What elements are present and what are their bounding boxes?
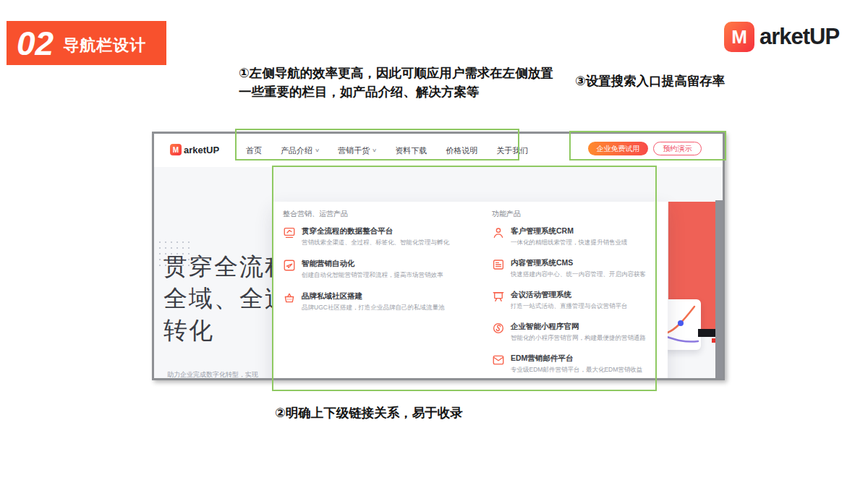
crm-icon	[492, 226, 505, 239]
hero-heading-line: 全域、全过	[163, 283, 290, 314]
megamenu-item-events[interactable]: 会议活动管理系统 打造一站式活动、直播管理与会议营销平台	[492, 290, 662, 311]
megamenu-item-desc: 智能化的小程序营销官网，构建最便捷的营销通路	[511, 334, 646, 343]
hero-body-text: 助力企业完成数字化转型，实现 以及数据部门的依赖，提升运营 身业务的持续增长。	[167, 369, 258, 380]
megamenu-right-column: 功能产品 客户管理系统CRM 一体化的精细线索管理，快速提升销售业绩	[492, 209, 662, 380]
megamenu-left-column: 整合营销、运营产品 贯穿全流程的数据整合平台 营销线索全渠道、全过程、标签化、智…	[283, 209, 478, 324]
megamenu-item-desc: 专业级EDM邮件营销平台，最大化EDM营销收益	[511, 366, 642, 374]
megamenu-item-desc: 快速搭建内容中心、统一内容管理、开启内容获客	[511, 270, 646, 279]
slide: 02 导航栏设计 M arketUP ①左侧导航的效率更高，因此可顺应用户需求在…	[0, 0, 868, 488]
megamenu-item-desc: 创建自动化智能营销管理和流程，提高市场营销效率	[302, 271, 443, 280]
megamenu-item-title: 内容管理系统CMS	[511, 258, 646, 268]
megamenu-item-desc: 品牌UGC社区搭建，打造企业品牌自己的私域流量池	[302, 304, 444, 312]
megamenu-item-title: 客户管理系统CRM	[511, 226, 628, 236]
hero-heading-line: 贯穿全流程	[163, 251, 290, 283]
megamenu-item-community[interactable]: 品牌私域社区搭建 品牌UGC社区搭建，打造企业品牌自己的私域流量池	[283, 291, 478, 312]
section-badge: 02 导航栏设计	[7, 21, 166, 65]
nav-item-label: 营销干货	[338, 145, 370, 156]
site-logo-text: arketUP	[184, 145, 219, 155]
site-logo[interactable]: M arketUP	[170, 144, 219, 155]
chevron-down-icon: ∨	[315, 147, 320, 153]
products-megamenu: 整合营销、运营产品 贯穿全流程的数据整合平台 营销线索全渠道、全过程、标签化、智…	[273, 202, 668, 380]
section-title: 导航栏设计	[63, 35, 146, 56]
megamenu-item-title: 企业智能小程序官网	[511, 322, 646, 332]
illustration-bar	[698, 329, 716, 337]
megamenu-item-desc: 打造一站式活动、直播管理与会议营销平台	[511, 302, 628, 311]
meeting-icon	[492, 290, 505, 303]
nav-item-label: 资料下载	[395, 145, 427, 156]
megamenu-item-title: EDM营销邮件平台	[511, 354, 642, 364]
nav-item-home[interactable]: 首页	[246, 145, 262, 156]
chart-card	[664, 299, 701, 350]
scrollbar[interactable]	[715, 200, 725, 378]
annotation-3: ③设置搜索入口提高留存率	[575, 72, 850, 90]
book-demo-button[interactable]: 预约演示	[653, 142, 702, 155]
megamenu-item-edm[interactable]: EDM营销邮件平台 专业级EDM邮件营销平台，最大化EDM营销收益	[492, 354, 662, 374]
megamenu-item-miniprogram[interactable]: 企业智能小程序官网 智能化的小程序营销官网，构建最便捷的营销通路	[492, 322, 662, 343]
free-trial-button[interactable]: 企业免费试用	[588, 142, 648, 155]
megamenu-item-title: 品牌私域社区搭建	[302, 291, 444, 301]
nav-item-label: 价格说明	[446, 145, 477, 156]
nav-item-downloads[interactable]: 资料下载	[395, 145, 427, 156]
nav-item-label: 产品介绍	[281, 145, 312, 156]
hero-body-line: 以及数据部门的依赖，提升运营	[167, 380, 258, 381]
cms-icon	[492, 258, 505, 271]
annotation-2: ②明确上下级链接关系，易于收录	[275, 403, 579, 422]
edm-email-icon	[492, 354, 505, 367]
marketup-logo-text: arketUP	[760, 24, 839, 50]
megamenu-item-title: 智能营销自动化	[302, 259, 443, 269]
section-number: 02	[17, 27, 54, 60]
nav-item-marketing[interactable]: 营销干货∨	[338, 145, 376, 156]
nav-item-label: 首页	[246, 145, 262, 156]
hero-section: 贯穿全流程 全域、全过 转化 助力企业完成数字化转型，实现 以及数据部门的依赖，…	[154, 167, 723, 378]
megamenu-column-header: 整合营销、运营产品	[283, 209, 478, 219]
nav-item-pricing[interactable]: 价格说明	[446, 145, 477, 156]
megamenu-item-desc: 营销线索全渠道、全过程、标签化、智能化管理与孵化	[302, 239, 449, 247]
site-nav-menu: 首页 产品介绍∨ 营销干货∨ 资料下载 价格说明 关于我们	[246, 134, 528, 167]
site-logo-icon: M	[170, 144, 182, 155]
megamenu-item-desc: 一体化的精细线索管理，快速提升销售业绩	[511, 239, 628, 247]
community-icon	[283, 291, 296, 304]
hero-body-line: 助力企业完成数字化转型，实现	[167, 369, 258, 380]
nav-item-about[interactable]: 关于我们	[496, 145, 528, 156]
megamenu-item-title: 会议活动管理系统	[511, 290, 628, 300]
nav-item-label: 关于我们	[496, 145, 528, 156]
website-screenshot: M arketUP 首页 产品介绍∨ 营销干货∨ 资料下载 价格说明 关于我们 …	[152, 132, 725, 380]
chevron-down-icon: ∨	[372, 147, 377, 153]
megamenu-item-crm[interactable]: 客户管理系统CRM 一体化的精细线索管理，快速提升销售业绩	[492, 226, 662, 247]
megamenu-item-data-platform[interactable]: 贯穿全流程的数据整合平台 营销线索全渠道、全过程、标签化、智能化管理与孵化	[283, 226, 478, 247]
megamenu-item-title: 贯穿全流程的数据整合平台	[302, 226, 449, 236]
site-navbar: M arketUP 首页 产品介绍∨ 营销干货∨ 资料下载 价格说明 关于我们 …	[154, 134, 723, 168]
automation-icon	[283, 259, 296, 272]
marketup-logo: M arketUP	[724, 20, 839, 54]
nav-item-products[interactable]: 产品介绍∨	[281, 145, 319, 156]
megamenu-item-cms[interactable]: 内容管理系统CMS 快速搭建内容中心、统一内容管理、开启内容获客	[492, 258, 662, 279]
line-chart-icon	[664, 299, 701, 350]
miniprogram-icon	[492, 322, 505, 335]
megamenu-column-header: 功能产品	[492, 209, 662, 219]
data-platform-icon	[283, 226, 296, 239]
annotation-1: ①左侧导航的效率更高，因此可顺应用户需求在左侧放置一些重要的栏目，如产品介绍、解…	[239, 64, 553, 101]
hero-heading: 贯穿全流程 全域、全过 转化	[163, 251, 290, 346]
marketup-logo-icon: M	[724, 22, 754, 52]
megamenu-item-automation[interactable]: 智能营销自动化 创建自动化智能营销管理和流程，提高市场营销效率	[283, 259, 478, 280]
hero-heading-line: 转化	[163, 314, 290, 346]
